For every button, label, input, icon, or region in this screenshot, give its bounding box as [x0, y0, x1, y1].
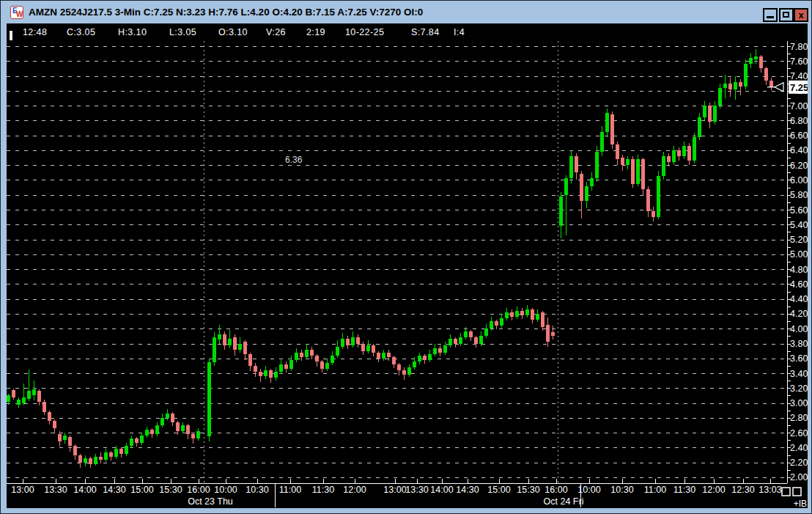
- candle-up: [657, 176, 660, 217]
- candle-down: [631, 159, 635, 183]
- last-price-arrow-icon: [775, 83, 783, 92]
- candle-down: [58, 434, 62, 441]
- x-tick-label: 14:00: [73, 485, 96, 495]
- candle-up: [605, 113, 609, 131]
- candle-down: [248, 354, 252, 366]
- corner-button-left[interactable]: [782, 488, 790, 496]
- y-tick-label: 3.80: [790, 339, 808, 349]
- candle-down: [759, 56, 763, 68]
- y-tick-label: 2.80: [790, 413, 808, 423]
- corner-button-right[interactable]: [793, 488, 801, 496]
- chart-window: EW AMZN 2524J217.5 3-Min C:7.25 N:3.23 H…: [0, 0, 812, 514]
- candle-down: [254, 366, 257, 372]
- candle-down: [186, 425, 190, 434]
- y-tick-label: 5.00: [790, 249, 808, 260]
- y-tick-label: 6.60: [790, 131, 808, 141]
- candle-down: [315, 356, 319, 361]
- candle-up: [331, 356, 334, 363]
- candle-up: [505, 312, 509, 318]
- candle-up: [698, 117, 701, 136]
- x-tick-label: 11:00: [279, 485, 301, 495]
- candle-up: [682, 146, 686, 156]
- y-tick-label: 2.00: [790, 472, 808, 482]
- candle-up: [196, 431, 200, 438]
- candle-up: [166, 414, 169, 418]
- candle-up: [464, 331, 468, 337]
- x-tick-label: 13:30: [405, 485, 428, 495]
- candle-down: [269, 370, 273, 378]
- candle-up: [305, 350, 309, 357]
- x-tick-label: 11:30: [312, 485, 334, 495]
- candle-up: [754, 56, 758, 59]
- candle-down: [402, 370, 406, 375]
- candle-up: [723, 84, 727, 88]
- y-tick-label: 4.80: [790, 265, 808, 275]
- candle-up: [382, 353, 385, 359]
- y-tick-label: 6.00: [790, 175, 808, 186]
- candle-up: [295, 353, 298, 360]
- candle-down: [423, 356, 427, 360]
- candle-down: [233, 337, 237, 349]
- candle-up: [734, 82, 737, 89]
- y-tick-label: 7.60: [790, 56, 808, 67]
- candle-up: [104, 452, 108, 460]
- candle-up: [407, 367, 411, 375]
- candle-down: [641, 159, 645, 189]
- candle-down: [89, 458, 92, 464]
- x-tick-label: 14:00: [430, 485, 453, 495]
- candle-up: [525, 309, 529, 315]
- candle-up: [564, 178, 568, 194]
- candle-up: [433, 348, 437, 354]
- last-price-label: 7.25: [790, 82, 808, 93]
- cursor-marker: [10, 31, 12, 40]
- status-date: 10-22-25: [345, 27, 384, 37]
- close-button[interactable]: x: [794, 8, 808, 22]
- candle-down: [191, 434, 195, 438]
- candle-up: [693, 137, 696, 161]
- candle-down: [119, 449, 123, 453]
- title-bar[interactable]: EW AMZN 2524J217.5 3-Min C:7.25 N:3.23 H…: [1, 1, 811, 23]
- candle-down: [646, 189, 650, 211]
- candle-up: [341, 339, 344, 346]
- minimize-button[interactable]: [763, 8, 778, 22]
- candle-down: [551, 332, 555, 336]
- candle-down: [580, 174, 583, 200]
- candle-up: [515, 311, 519, 317]
- candle-up: [449, 339, 452, 345]
- candle-up: [264, 370, 267, 376]
- x-tick-label: 13:03: [759, 485, 781, 495]
- candle-down: [708, 106, 712, 122]
- app-icon: EW: [10, 6, 23, 19]
- candle-up: [207, 362, 211, 436]
- candle-down: [310, 350, 314, 356]
- candle-up: [484, 328, 488, 336]
- candle-up: [585, 186, 588, 201]
- candle-down: [677, 150, 681, 156]
- y-tick-label: 7.40: [790, 71, 808, 81]
- candlestick-chart[interactable]: 7.807.607.407.207.006.806.606.406.206.00…: [7, 23, 808, 508]
- candle-down: [78, 455, 82, 463]
- candle-up: [559, 197, 563, 227]
- maximize-button[interactable]: [779, 8, 794, 22]
- candle-up: [672, 150, 676, 162]
- candle-down: [68, 437, 72, 446]
- plus-ib-button[interactable]: +IB: [794, 499, 807, 508]
- x-tick-label: 10:30: [610, 485, 633, 495]
- candle-down: [99, 457, 103, 460]
- candle-up: [155, 425, 159, 434]
- y-tick-label: 4.20: [790, 309, 808, 319]
- candle-up: [536, 314, 539, 320]
- status-range: 2:19: [306, 27, 325, 37]
- candle-up: [413, 361, 416, 367]
- y-tick-label: 4.40: [790, 294, 808, 304]
- candle-down: [171, 414, 174, 422]
- y-tick-label: 2.40: [790, 443, 808, 453]
- date-label: Oct 24 Fri: [544, 496, 584, 507]
- candle-down: [300, 353, 303, 357]
- candle-up: [325, 363, 329, 369]
- x-tick-label: 10:30: [246, 485, 268, 495]
- candle-down: [474, 337, 478, 343]
- candle-down: [687, 146, 691, 161]
- candle-down: [320, 361, 324, 369]
- x-tick-label: 11:00: [644, 485, 666, 495]
